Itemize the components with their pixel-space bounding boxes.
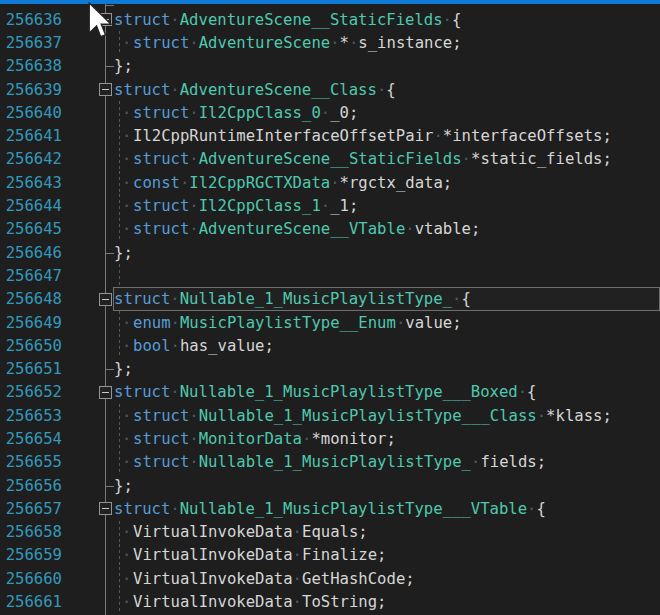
fold-margin[interactable] bbox=[62, 334, 114, 357]
code-line[interactable]: 256639struct·AdventureScene__Class·{ bbox=[0, 78, 660, 101]
fold-margin[interactable] bbox=[62, 31, 114, 54]
code-line[interactable]: 256636struct·AdventureScene__StaticField… bbox=[0, 8, 660, 31]
code-line[interactable]: 256644·struct·Il2CppClass_1·_1; bbox=[0, 194, 660, 217]
fold-collapse-icon[interactable] bbox=[99, 293, 112, 306]
fold-collapse-icon[interactable] bbox=[99, 83, 112, 96]
code-line[interactable]: 256653·struct·Nullable_1_MusicPlaylistTy… bbox=[0, 404, 660, 427]
line-number[interactable]: 256661 bbox=[0, 593, 62, 611]
fold-margin[interactable] bbox=[62, 357, 114, 380]
fold-margin[interactable] bbox=[62, 8, 114, 31]
code-line[interactable]: 256654·struct·MonitorData·*monitor; bbox=[0, 427, 660, 450]
code-line[interactable]: 256646}; bbox=[0, 241, 660, 264]
line-number[interactable]: 256648 bbox=[0, 290, 62, 308]
code-line[interactable]: 256648struct·Nullable_1_MusicPlaylistTyp… bbox=[0, 288, 660, 311]
fold-margin[interactable] bbox=[62, 148, 114, 171]
line-number[interactable]: 256639 bbox=[0, 81, 62, 99]
fold-margin[interactable] bbox=[62, 171, 114, 194]
code-line[interactable]: 256640·struct·Il2CppClass_0·_0; bbox=[0, 101, 660, 124]
code-editor[interactable]: 256636struct·AdventureScene__StaticField… bbox=[0, 0, 660, 615]
line-number[interactable]: 256653 bbox=[0, 407, 62, 425]
fold-margin[interactable] bbox=[62, 544, 114, 567]
code-text[interactable]: ·enum·MusicPlaylistType__Enum·value; bbox=[114, 311, 660, 334]
fold-margin[interactable] bbox=[62, 264, 114, 287]
code-text[interactable]: struct·Nullable_1_MusicPlaylistType_·{ bbox=[114, 288, 660, 311]
line-number[interactable]: 256659 bbox=[0, 546, 62, 564]
fold-margin[interactable] bbox=[62, 381, 114, 404]
line-number[interactable]: 256644 bbox=[0, 197, 62, 215]
fold-margin[interactable] bbox=[62, 521, 114, 544]
line-number[interactable]: 256647 bbox=[0, 267, 62, 285]
code-line[interactable]: 256656}; bbox=[0, 474, 660, 497]
line-number[interactable]: 256649 bbox=[0, 314, 62, 332]
code-line[interactable]: 256659·VirtualInvokeData·Finalize; bbox=[0, 544, 660, 567]
fold-margin[interactable] bbox=[62, 311, 114, 334]
code-line[interactable]: 256642·struct·AdventureScene__StaticFiel… bbox=[0, 148, 660, 171]
code-line[interactable]: 256660·VirtualInvokeData·GetHashCode; bbox=[0, 567, 660, 590]
fold-margin[interactable] bbox=[62, 474, 114, 497]
code-text[interactable]: ·struct·AdventureScene·*·s_instance; bbox=[114, 31, 660, 54]
line-number[interactable]: 256642 bbox=[0, 150, 62, 168]
code-text[interactable] bbox=[114, 264, 660, 287]
code-line[interactable]: 256655·struct·Nullable_1_MusicPlaylistTy… bbox=[0, 451, 660, 474]
line-number[interactable]: 256646 bbox=[0, 244, 62, 262]
code-text[interactable]: ·struct·AdventureScene__VTable·vtable; bbox=[114, 218, 660, 241]
code-text[interactable]: ·VirtualInvokeData·Finalize; bbox=[114, 544, 660, 567]
line-number[interactable]: 256652 bbox=[0, 383, 62, 401]
fold-margin[interactable] bbox=[62, 288, 114, 311]
code-text[interactable]: struct·Nullable_1_MusicPlaylistType___VT… bbox=[114, 497, 660, 520]
fold-margin[interactable] bbox=[62, 218, 114, 241]
code-line[interactable]: 256651}; bbox=[0, 357, 660, 380]
fold-collapse-icon[interactable] bbox=[99, 386, 112, 399]
code-line[interactable]: 256649·enum·MusicPlaylistType__Enum·valu… bbox=[0, 311, 660, 334]
code-line[interactable]: 256637·struct·AdventureScene·*·s_instanc… bbox=[0, 31, 660, 54]
line-number[interactable]: 256658 bbox=[0, 523, 62, 541]
code-text[interactable]: struct·AdventureScene__StaticFields·{ bbox=[114, 8, 660, 31]
code-line[interactable]: 256641·Il2CppRuntimeInterfaceOffsetPair·… bbox=[0, 124, 660, 147]
fold-margin[interactable] bbox=[62, 55, 114, 78]
code-text[interactable]: ·struct·AdventureScene__StaticFields·*st… bbox=[114, 148, 660, 171]
line-number[interactable]: 256657 bbox=[0, 500, 62, 518]
code-text[interactable]: ·bool·has_value; bbox=[114, 334, 660, 357]
fold-margin[interactable] bbox=[62, 101, 114, 124]
fold-margin[interactable] bbox=[62, 590, 114, 613]
fold-margin[interactable] bbox=[62, 124, 114, 147]
code-text[interactable]: ·struct·MonitorData·*monitor; bbox=[114, 427, 660, 450]
code-text[interactable]: ·Il2CppRuntimeInterfaceOffsetPair·*inter… bbox=[114, 124, 660, 147]
fold-margin[interactable] bbox=[62, 451, 114, 474]
line-number[interactable]: 256660 bbox=[0, 570, 62, 588]
code-line[interactable]: 256650·bool·has_value; bbox=[0, 334, 660, 357]
code-text[interactable]: ·const·Il2CppRGCTXData·*rgctx_data; bbox=[114, 171, 660, 194]
code-text[interactable]: ·VirtualInvokeData·Equals; bbox=[114, 521, 660, 544]
line-number[interactable]: 256636 bbox=[0, 11, 62, 29]
line-number[interactable]: 256651 bbox=[0, 360, 62, 378]
line-number[interactable]: 256643 bbox=[0, 174, 62, 192]
code-text[interactable]: ·VirtualInvokeData·GetHashCode; bbox=[114, 567, 660, 590]
line-number[interactable]: 256650 bbox=[0, 337, 62, 355]
fold-margin[interactable] bbox=[62, 241, 114, 264]
fold-margin[interactable] bbox=[62, 404, 114, 427]
code-line[interactable]: 256657struct·Nullable_1_MusicPlaylistTyp… bbox=[0, 497, 660, 520]
line-number[interactable]: 256640 bbox=[0, 104, 62, 122]
fold-margin[interactable] bbox=[62, 427, 114, 450]
line-number[interactable]: 256645 bbox=[0, 220, 62, 238]
line-number[interactable]: 256655 bbox=[0, 453, 62, 471]
code-text[interactable]: ·struct·Nullable_1_MusicPlaylistType_·fi… bbox=[114, 451, 660, 474]
code-line[interactable]: 256645·struct·AdventureScene__VTable·vta… bbox=[0, 218, 660, 241]
code-line[interactable]: 256652struct·Nullable_1_MusicPlaylistTyp… bbox=[0, 381, 660, 404]
code-text[interactable]: }; bbox=[114, 241, 660, 264]
fold-collapse-icon[interactable] bbox=[99, 502, 112, 515]
code-text[interactable]: }; bbox=[114, 474, 660, 497]
line-number[interactable]: 256656 bbox=[0, 477, 62, 495]
line-number[interactable]: 256654 bbox=[0, 430, 62, 448]
code-text[interactable]: ·struct·Il2CppClass_0·_0; bbox=[114, 101, 660, 124]
line-number[interactable]: 256637 bbox=[0, 34, 62, 52]
line-number[interactable]: 256638 bbox=[0, 57, 62, 75]
code-text[interactable]: struct·Nullable_1_MusicPlaylistType___Bo… bbox=[114, 381, 660, 404]
fold-margin[interactable] bbox=[62, 567, 114, 590]
code-line[interactable]: 256661·VirtualInvokeData·ToString; bbox=[0, 590, 660, 613]
code-line[interactable]: 256638}; bbox=[0, 55, 660, 78]
fold-collapse-icon[interactable] bbox=[99, 13, 112, 26]
code-line[interactable]: 256643·const·Il2CppRGCTXData·*rgctx_data… bbox=[0, 171, 660, 194]
code-text[interactable]: }; bbox=[114, 55, 660, 78]
code-text[interactable]: }; bbox=[114, 357, 660, 380]
